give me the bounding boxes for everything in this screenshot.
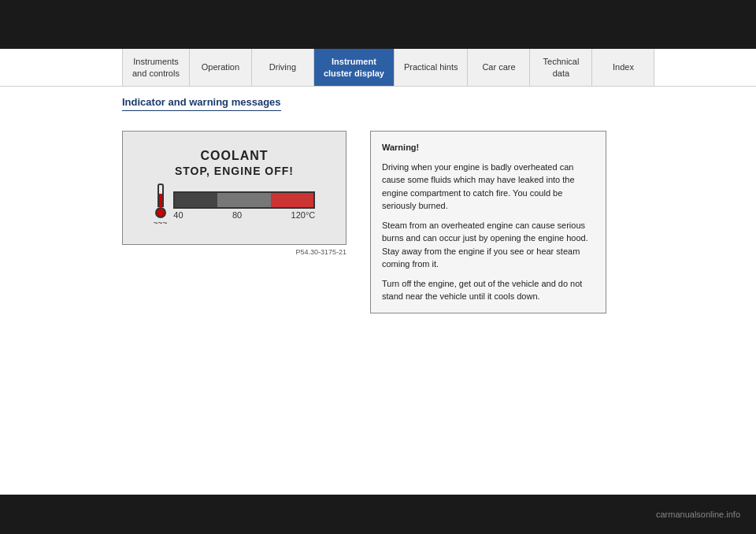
gauge-fill-mid <box>217 193 271 207</box>
coolant-text: COOLANT <box>200 149 268 163</box>
nav-tabs: Instruments and controls Operation Drivi… <box>0 49 756 87</box>
tab-carcare[interactable]: Car care <box>467 49 530 86</box>
gauge-container: ~~~ 40 80 120°C <box>139 184 330 228</box>
gauge-bar <box>173 191 315 209</box>
gauge-label-120: 120°C <box>291 210 316 220</box>
tab-technical-label: Technical data <box>543 56 580 79</box>
warning-paragraph-2: Steam from an overheated engine can caus… <box>382 219 595 271</box>
tab-carcare-label: Car care <box>482 61 515 72</box>
image-caption: P54.30-3175-21 <box>122 248 346 256</box>
tab-technical[interactable]: Technical data <box>529 49 592 86</box>
gauge-labels: 40 80 120°C <box>173 210 315 220</box>
tab-instrument-cluster[interactable]: Instrument cluster display <box>313 49 395 86</box>
warning-title: Warning! <box>382 141 595 154</box>
gauge-fill-red <box>271 193 313 207</box>
warning-paragraph-3: Turn off the engine, get out of the vehi… <box>382 277 595 303</box>
gauge-bar-area: 40 80 120°C <box>173 191 315 220</box>
tab-operation[interactable]: Operation <box>189 49 252 86</box>
watermark: carmanualsonline.info <box>656 510 740 519</box>
warning-paragraph-1: Driving when your engine is badly overhe… <box>382 161 595 213</box>
thermometer-icon: ~~~ <box>154 184 168 228</box>
display-box: COOLANT STOP, ENGINE OFF! ~~~ <box>122 131 346 245</box>
wave-lines: ~~~ <box>154 220 168 228</box>
bottom-bar: carmanualsonline.info <box>0 495 756 534</box>
gauge-label-40: 40 <box>173 210 183 220</box>
content-layout: COOLANT STOP, ENGINE OFF! ~~~ <box>122 131 740 313</box>
tab-operation-label: Operation <box>202 61 239 72</box>
tab-instrument-cluster-label: Instrument cluster display <box>324 56 384 79</box>
gauge-fill-dark <box>175 193 217 207</box>
gauge-label-80: 80 <box>232 210 242 220</box>
tab-instruments-label: Instruments and controls <box>132 56 180 79</box>
tab-practical[interactable]: Practical hints <box>394 49 468 86</box>
tab-driving[interactable]: Driving <box>251 49 314 86</box>
page-container: Instruments and controls Operation Drivi… <box>0 0 756 534</box>
tab-index-label: Index <box>613 61 634 72</box>
tab-index[interactable]: Index <box>591 49 654 86</box>
section-heading: Indicator and warning messages <box>122 96 281 111</box>
therm-bulb <box>155 207 166 218</box>
warning-box: Warning! Driving when your engine is bad… <box>370 131 606 313</box>
stop-text: STOP, ENGINE OFF! <box>175 165 294 177</box>
instrument-display: COOLANT STOP, ENGINE OFF! ~~~ <box>122 131 346 313</box>
content-area: Indicator and warning messages COOLANT S… <box>0 87 756 528</box>
tab-instruments[interactable]: Instruments and controls <box>122 49 190 86</box>
therm-body <box>158 184 164 207</box>
tab-driving-label: Driving <box>269 61 296 72</box>
tab-practical-label: Practical hints <box>404 61 458 72</box>
top-bar <box>0 0 756 49</box>
